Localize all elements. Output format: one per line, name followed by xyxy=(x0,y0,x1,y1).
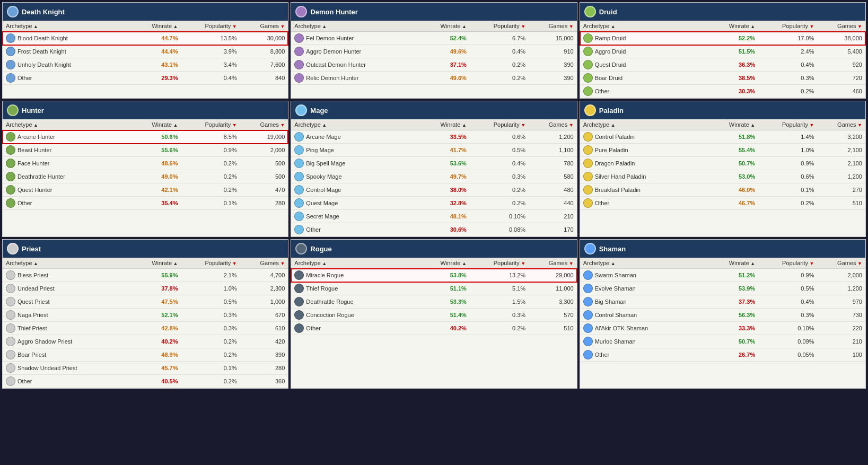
winrate-cell: 32.8% xyxy=(420,197,470,210)
table-row[interactable]: Big Shaman 37.3% 0.4% 970 xyxy=(580,295,865,309)
table-row[interactable]: Control Paladin 51.8% 1.4% 3,200 xyxy=(580,130,865,144)
table-row[interactable]: Shadow Undead Priest 45.7% 0.1% 280 xyxy=(3,362,288,375)
table-row[interactable]: Ping Mage 41.7% 0.5% 1,100 xyxy=(291,144,576,157)
table-row[interactable]: Concoction Rogue 51.4% 0.3% 570 xyxy=(291,309,576,322)
col-popularity[interactable]: Popularity xyxy=(470,21,529,32)
table-row[interactable]: Quest Druid 36.3% 0.4% 920 xyxy=(580,58,865,72)
archetype-cell: Quest Druid xyxy=(580,58,708,72)
col-popularity[interactable]: Popularity xyxy=(181,258,240,269)
col-popularity[interactable]: Popularity xyxy=(758,119,817,130)
col-archetype[interactable]: Archetype xyxy=(580,21,708,32)
col-games[interactable]: Games xyxy=(240,119,288,130)
table-row[interactable]: Relic Demon Hunter 49.6% 0.2% 390 xyxy=(291,72,576,85)
table-row[interactable]: Other 26.7% 0.05% 100 xyxy=(580,348,865,362)
table-row[interactable]: Ramp Druid 52.2% 17.0% 38,000 xyxy=(580,32,865,45)
table-row[interactable]: Other 40.5% 0.2% 360 xyxy=(3,375,288,388)
table-row[interactable]: Murloc Shaman 50.7% 0.09% 210 xyxy=(580,335,865,348)
col-winrate[interactable]: Winrate xyxy=(420,119,470,130)
archetype-icon xyxy=(294,47,304,56)
table-row[interactable]: Aggro Demon Hunter 49.6% 0.4% 910 xyxy=(291,45,576,58)
table-row[interactable]: Breakfast Paladin 46.0% 0.1% 270 xyxy=(580,183,865,197)
col-winrate[interactable]: Winrate xyxy=(420,21,470,32)
col-games[interactable]: Games xyxy=(240,21,288,32)
col-archetype[interactable]: Archetype xyxy=(580,258,708,269)
table-row[interactable]: Undead Priest 37.8% 1.0% 2,300 xyxy=(3,282,288,295)
col-winrate[interactable]: Winrate xyxy=(708,21,758,32)
table-row[interactable]: Silver Hand Paladin 53.0% 0.6% 1,200 xyxy=(580,170,865,183)
table-row[interactable]: Aggro Shadow Priest 40.2% 0.2% 420 xyxy=(3,335,288,348)
col-winrate[interactable]: Winrate xyxy=(131,258,181,269)
col-winrate[interactable]: Winrate xyxy=(131,21,181,32)
archetype-icon xyxy=(294,33,304,43)
col-popularity[interactable]: Popularity xyxy=(181,21,240,32)
table-row[interactable]: Quest Mage 32.8% 0.2% 440 xyxy=(291,197,576,210)
table-row[interactable]: Other 29.3% 0.4% 840 xyxy=(3,72,288,85)
col-games[interactable]: Games xyxy=(817,119,865,130)
col-games[interactable]: Games xyxy=(529,119,577,130)
table-row[interactable]: Boar Druid 38.5% 0.3% 720 xyxy=(580,72,865,85)
table-row[interactable]: Blood Death Knight 44.7% 13.5% 30,000 xyxy=(3,32,288,45)
table-row[interactable]: Al'Akir OTK Shaman 33.3% 0.10% 220 xyxy=(580,322,865,335)
table-row[interactable]: Bless Priest 55.9% 2.1% 4,700 xyxy=(3,269,288,282)
table-row[interactable]: Spooky Mage 49.7% 0.3% 580 xyxy=(291,170,576,183)
table-row[interactable]: Control Shaman 56.3% 0.3% 730 xyxy=(580,309,865,322)
col-archetype[interactable]: Archetype xyxy=(580,119,708,130)
table-row[interactable]: Thief Priest 42.8% 0.3% 610 xyxy=(3,322,288,335)
table-row[interactable]: Big Spell Mage 53.6% 0.4% 780 xyxy=(291,157,576,170)
col-archetype[interactable]: Archetype xyxy=(3,21,131,32)
archetype-name: Beast Hunter xyxy=(17,147,51,153)
table-row[interactable]: Thief Rogue 51.1% 5.1% 11,000 xyxy=(291,282,576,295)
col-games[interactable]: Games xyxy=(529,21,577,32)
col-popularity[interactable]: Popularity xyxy=(758,21,817,32)
table-row[interactable]: Deathrattle Rogue 53.3% 1.5% 3,300 xyxy=(291,295,576,309)
table-row[interactable]: Aggro Druid 51.5% 2.4% 5,400 xyxy=(580,45,865,58)
table-row[interactable]: Other 35.4% 0.1% 280 xyxy=(3,197,288,210)
col-popularity[interactable]: Popularity xyxy=(470,119,529,130)
table-row[interactable]: Secret Mage 48.1% 0.10% 210 xyxy=(291,210,576,223)
col-popularity[interactable]: Popularity xyxy=(758,258,817,269)
table-row[interactable]: Frost Death Knight 44.4% 3.9% 8,800 xyxy=(3,45,288,58)
col-winrate[interactable]: Winrate xyxy=(708,119,758,130)
table-row[interactable]: Other 30.6% 0.08% 170 xyxy=(291,223,576,236)
col-archetype[interactable]: Archetype xyxy=(3,258,131,269)
table-row[interactable]: Arcane Hunter 50.6% 8.5% 19,000 xyxy=(3,130,288,144)
table-row[interactable]: Quest Hunter 42.1% 0.2% 470 xyxy=(3,183,288,197)
col-games[interactable]: Games xyxy=(817,258,865,269)
table-row[interactable]: Beast Hunter 55.6% 0.9% 2,000 xyxy=(3,144,288,157)
table-row[interactable]: Evolve Shaman 53.9% 0.5% 1,200 xyxy=(580,282,865,295)
col-archetype[interactable]: Archetype xyxy=(291,258,419,269)
table-row[interactable]: Boar Priest 48.9% 0.2% 390 xyxy=(3,348,288,362)
table-row[interactable]: Arcane Mage 33.5% 0.6% 1,200 xyxy=(291,130,576,144)
col-archetype[interactable]: Archetype xyxy=(291,21,419,32)
col-games[interactable]: Games xyxy=(817,21,865,32)
games-cell: 7,600 xyxy=(240,58,288,72)
col-winrate[interactable]: Winrate xyxy=(420,258,470,269)
col-winrate[interactable]: Winrate xyxy=(708,258,758,269)
table-row[interactable]: Quest Priest 47.5% 0.5% 1,000 xyxy=(3,295,288,309)
games-cell: 210 xyxy=(529,210,577,223)
winrate-cell: 44.7% xyxy=(131,32,181,45)
table-row[interactable]: Control Mage 38.0% 0.2% 480 xyxy=(291,183,576,197)
table-row[interactable]: Swarm Shaman 51.2% 0.9% 2,000 xyxy=(580,269,865,282)
table-row[interactable]: Outcast Demon Hunter 37.1% 0.2% 390 xyxy=(291,58,576,72)
table-row[interactable]: Other 46.7% 0.2% 510 xyxy=(580,197,865,210)
col-games[interactable]: Games xyxy=(240,258,288,269)
table-row[interactable]: Dragon Paladin 50.7% 0.9% 2,100 xyxy=(580,157,865,170)
table-row[interactable]: Naga Priest 52.1% 0.3% 670 xyxy=(3,309,288,322)
table-row[interactable]: Face Hunter 48.6% 0.2% 500 xyxy=(3,157,288,170)
col-archetype[interactable]: Archetype xyxy=(3,119,131,130)
table-row[interactable]: Deathrattle Hunter 49.0% 0.2% 500 xyxy=(3,170,288,183)
table-row[interactable]: Other 30.3% 0.2% 460 xyxy=(580,85,865,98)
table-row[interactable]: Fel Demon Hunter 52.4% 6.7% 15,000 xyxy=(291,32,576,45)
table-row[interactable]: Other 40.2% 0.2% 510 xyxy=(291,322,576,335)
table-row[interactable]: Unholy Death Knight 43.1% 3.4% 7,600 xyxy=(3,58,288,72)
col-winrate[interactable]: Winrate xyxy=(131,119,181,130)
col-games[interactable]: Games xyxy=(529,258,577,269)
col-popularity[interactable]: Popularity xyxy=(181,119,240,130)
col-popularity[interactable]: Popularity xyxy=(470,258,529,269)
col-archetype[interactable]: Archetype xyxy=(291,119,419,130)
table-row[interactable]: Miracle Rogue 53.8% 13.2% 29,000 xyxy=(291,269,576,282)
winrate-cell: 56.3% xyxy=(708,309,758,322)
archetype-icon xyxy=(583,297,593,306)
table-row[interactable]: Pure Paladin 55.4% 1.0% 2,100 xyxy=(580,144,865,157)
